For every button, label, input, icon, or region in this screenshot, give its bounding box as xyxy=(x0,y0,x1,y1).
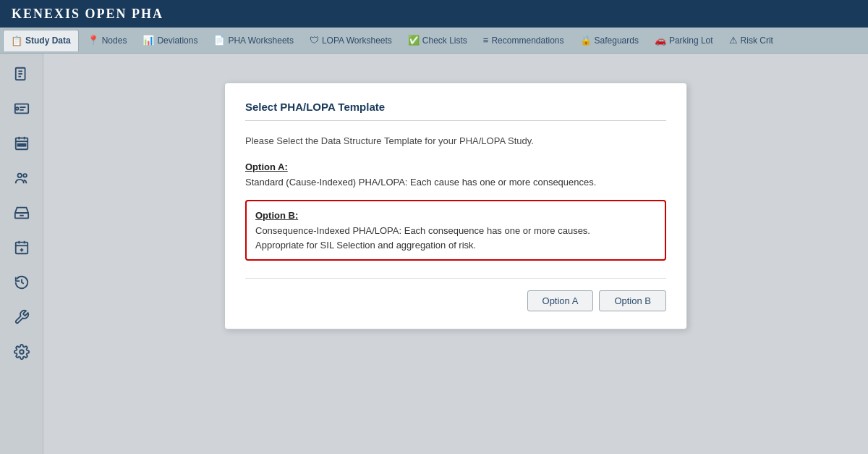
option-b-button[interactable]: Option B xyxy=(599,290,666,311)
tab-study-data[interactable]: 📋 Study Data xyxy=(3,30,79,51)
option-a-label: Option A: xyxy=(245,160,666,175)
tab-recommendations-label: Recommendations xyxy=(491,35,563,46)
recommendations-icon: ≡ xyxy=(483,35,489,46)
app-title-bar: Kenexis Open PHA xyxy=(0,0,868,28)
study-data-icon: 📋 xyxy=(11,35,22,46)
sidebar-item-inbox[interactable] xyxy=(6,198,38,230)
nodes-icon: 📍 xyxy=(88,35,99,46)
tab-nodes[interactable]: 📍 Nodes xyxy=(80,30,135,51)
option-b-box: Option B: Consequence-Indexed PHA/LOPA: … xyxy=(245,200,666,261)
inbox-icon xyxy=(14,205,30,224)
sidebar-item-calendar[interactable] xyxy=(6,129,38,161)
nav-tabs-bar: 📋 Study Data 📍 Nodes 📊 Deviations 📄 PHA … xyxy=(0,28,868,54)
tab-safeguards-label: Safeguards xyxy=(595,35,639,46)
svg-point-24 xyxy=(20,350,24,354)
history-icon xyxy=(14,274,30,294)
tab-risk-crit[interactable]: ⚠ Risk Crit xyxy=(722,30,780,51)
settings-icon xyxy=(14,344,30,363)
tab-lopa-worksheets-label: LOPA Worksheets xyxy=(322,35,392,46)
svg-rect-13 xyxy=(20,143,22,146)
tab-lopa-worksheets[interactable]: 🛡 LOPA Worksheets xyxy=(302,30,399,51)
svg-rect-12 xyxy=(17,143,20,146)
sidebar-item-calendar-plus[interactable] xyxy=(6,233,38,265)
wrench-icon xyxy=(14,309,30,329)
calendar-plus-icon xyxy=(14,240,30,259)
sidebar-item-users[interactable] xyxy=(6,164,38,196)
tab-nodes-label: Nodes xyxy=(102,35,127,46)
pha-worksheets-icon: 📄 xyxy=(213,35,225,46)
dialog-footer: Option A Option B xyxy=(245,278,666,311)
option-a-button[interactable]: Option A xyxy=(527,290,594,311)
app-title: Kenexis Open PHA xyxy=(12,7,163,22)
tab-parking-lot-label: Parking Lot xyxy=(669,35,713,46)
svg-point-15 xyxy=(17,173,22,177)
sidebar-item-doc[interactable] xyxy=(6,59,38,91)
sidebar-item-settings[interactable] xyxy=(6,337,38,369)
svg-rect-4 xyxy=(14,104,27,113)
deviations-icon: 📊 xyxy=(142,35,154,46)
main-layout: Select PHA/LOPA Template Please Select t… xyxy=(0,54,868,454)
svg-point-7 xyxy=(15,107,18,110)
sidebar-item-address-card[interactable] xyxy=(6,94,38,126)
svg-rect-18 xyxy=(15,242,27,253)
option-b-section: Option B: Consequence-Indexed PHA/LOPA: … xyxy=(245,200,666,261)
select-template-dialog: Select PHA/LOPA Template Please Select t… xyxy=(224,83,687,329)
tab-study-data-label: Study Data xyxy=(25,35,71,46)
sidebar-item-history[interactable] xyxy=(6,268,38,300)
safeguards-icon: 🔒 xyxy=(580,35,592,46)
tab-deviations-label: Deviations xyxy=(157,35,197,46)
dialog-title: Select PHA/LOPA Template xyxy=(245,101,666,121)
sidebar xyxy=(0,54,43,454)
option-a-text: Standard (Cause-Indexed) PHA/LOPA: Each … xyxy=(245,175,666,190)
dialog-intro: Please Select the Data Structure Templat… xyxy=(245,134,666,148)
option-a-section: Option A: Standard (Cause-Indexed) PHA/L… xyxy=(245,160,666,190)
tab-pha-worksheets-label: PHA Worksheets xyxy=(228,35,293,46)
svg-point-16 xyxy=(23,174,27,177)
option-b-line2: Appropriate for SIL Selection and aggreg… xyxy=(255,238,656,253)
users-icon xyxy=(14,170,30,190)
content-area: Select PHA/LOPA Template Please Select t… xyxy=(43,54,868,454)
parking-lot-icon: 🚗 xyxy=(655,35,666,46)
lopa-worksheets-icon: 🛡 xyxy=(310,35,319,46)
option-b-label: Option B: xyxy=(255,209,656,223)
tab-parking-lot[interactable]: 🚗 Parking Lot xyxy=(647,30,720,51)
check-lists-icon: ✅ xyxy=(408,35,420,46)
tab-safeguards[interactable]: 🔒 Safeguards xyxy=(573,30,646,51)
tab-deviations[interactable]: 📊 Deviations xyxy=(135,30,205,51)
address-card-icon xyxy=(14,101,30,120)
tab-pha-worksheets[interactable]: 📄 PHA Worksheets xyxy=(206,30,300,51)
risk-crit-icon: ⚠ xyxy=(729,35,738,46)
tab-check-lists-label: Check Lists xyxy=(422,35,467,46)
sidebar-item-wrench[interactable] xyxy=(6,303,38,335)
dialog-body: Please Select the Data Structure Templat… xyxy=(245,134,666,261)
svg-rect-14 xyxy=(23,143,25,146)
tab-recommendations[interactable]: ≡ Recommendations xyxy=(476,30,571,51)
option-b-line1: Consequence-Indexed PHA/LOPA: Each conse… xyxy=(255,224,656,238)
calendar-icon xyxy=(14,135,30,155)
tab-risk-crit-label: Risk Crit xyxy=(741,35,773,46)
doc-icon xyxy=(14,66,30,85)
tab-check-lists[interactable]: ✅ Check Lists xyxy=(401,30,475,51)
